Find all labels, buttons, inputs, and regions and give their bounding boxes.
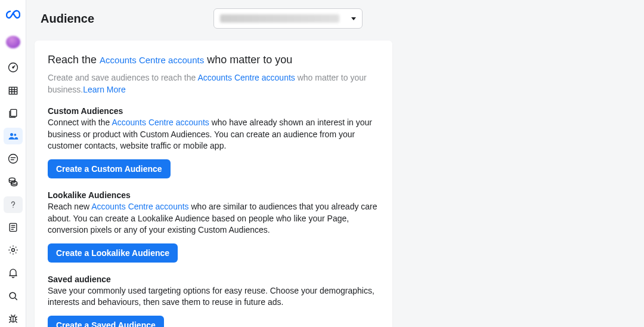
custom-body-prefix: Connect with the <box>48 118 112 127</box>
card-icon <box>7 153 19 165</box>
nav-audience[interactable] <box>4 128 23 144</box>
coins-icon <box>7 175 19 187</box>
learn-more-link[interactable]: Learn More <box>83 85 126 94</box>
lookalike-body-link[interactable]: Accounts Centre accounts <box>91 202 188 211</box>
saved-body: Save your commonly used targeting option… <box>48 285 379 309</box>
svg-point-8 <box>10 133 13 136</box>
svg-point-1 <box>13 67 14 68</box>
create-saved-audience-button[interactable]: Create a Saved Audience <box>48 316 164 327</box>
gear-icon <box>7 244 19 256</box>
svg-point-13 <box>9 178 15 181</box>
nav-bug[interactable] <box>4 310 23 327</box>
chevron-down-icon <box>351 17 356 20</box>
subtext-link[interactable]: Accounts Centre accounts <box>197 73 295 82</box>
lookalike-title: Lookalike Audiences <box>48 190 379 200</box>
nav-gauge[interactable] <box>4 59 23 76</box>
heading-suffix: who matter to you <box>204 54 292 66</box>
nav-coins[interactable] <box>4 173 23 190</box>
nav-notifications[interactable] <box>4 264 23 281</box>
heading-prefix: Reach the <box>48 54 100 66</box>
meta-infinity-icon <box>6 7 20 21</box>
nav-card[interactable] <box>4 150 23 167</box>
audience-card: Reach the Accounts Centre accounts who m… <box>35 41 392 327</box>
nav-grid[interactable] <box>4 82 23 98</box>
gauge-icon <box>7 61 19 73</box>
people-icon <box>7 130 19 142</box>
nav-settings[interactable] <box>4 242 23 258</box>
card-heading: Reach the Accounts Centre accounts who m… <box>48 54 379 66</box>
question-icon <box>7 199 19 211</box>
saved-title: Saved audience <box>48 274 379 284</box>
subtext-prefix: Create and save audiences to reach the <box>48 73 197 82</box>
avatar[interactable] <box>6 36 20 48</box>
nav-article[interactable] <box>4 219 23 236</box>
svg-point-9 <box>14 134 16 136</box>
svg-point-21 <box>10 292 16 298</box>
custom-title: Custom Audiences <box>48 106 379 116</box>
svg-point-20 <box>11 249 14 252</box>
account-name-blurred <box>220 14 339 23</box>
meta-logo[interactable] <box>6 7 20 21</box>
sidebar <box>0 0 26 327</box>
svg-point-15 <box>13 207 14 208</box>
page-title: Audience <box>41 12 94 26</box>
article-icon <box>7 221 19 233</box>
nav-pages[interactable] <box>4 105 23 122</box>
custom-body: Connect with the Accounts Centre account… <box>48 117 379 152</box>
create-lookalike-audience-button[interactable]: Create a Lookalike Audience <box>48 243 178 263</box>
grid-icon <box>7 85 19 97</box>
lookalike-body-prefix: Reach new <box>48 202 91 211</box>
lookalike-body: Reach new Accounts Centre accounts who a… <box>48 201 379 236</box>
search-icon <box>7 290 19 302</box>
pages-icon <box>7 107 19 119</box>
nav-help[interactable] <box>4 196 23 213</box>
custom-body-link[interactable]: Accounts Centre accounts <box>112 118 209 127</box>
svg-rect-7 <box>10 109 16 116</box>
bell-icon <box>7 267 19 279</box>
card-subtext: Create and save audiences to reach the A… <box>48 72 379 95</box>
nav-search[interactable] <box>4 288 23 304</box>
main-content: Audience Reach the Accounts Centre accou… <box>26 0 644 327</box>
create-custom-audience-button[interactable]: Create a Custom Audience <box>48 159 171 178</box>
heading-link[interactable]: Accounts Centre accounts <box>100 55 204 65</box>
svg-line-22 <box>15 298 17 300</box>
svg-point-10 <box>8 155 17 164</box>
bug-icon <box>7 313 19 325</box>
svg-rect-2 <box>9 87 17 94</box>
account-selector[interactable] <box>213 8 363 29</box>
header: Audience <box>26 0 644 33</box>
